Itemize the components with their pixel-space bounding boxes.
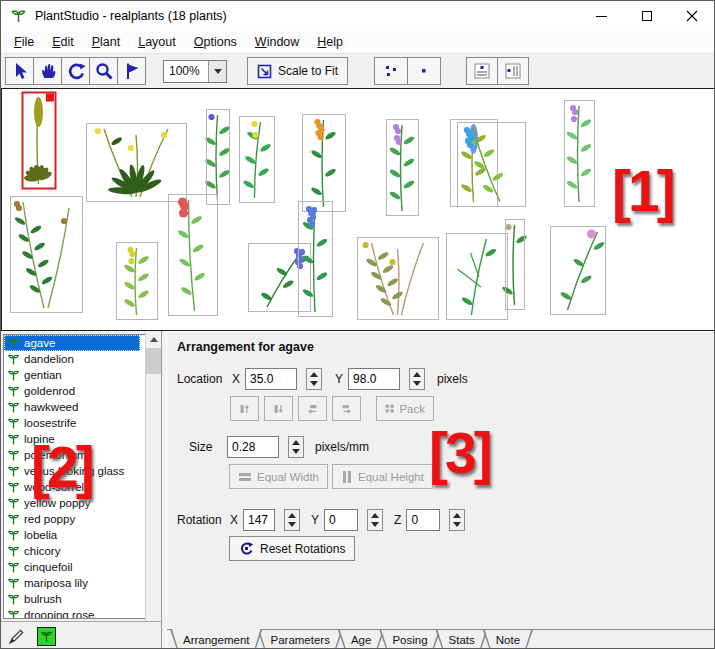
plant-list-item-goldenrod[interactable]: goldenrod: [4, 383, 158, 399]
rotation-y-spinner[interactable]: [367, 509, 383, 531]
plant-thumbnail-spread-tan[interactable]: [358, 238, 439, 320]
plant-list-item-lupine[interactable]: lupine: [4, 431, 158, 447]
menu-help[interactable]: Help: [308, 32, 352, 52]
plant-thumbnail-agave[interactable]: [23, 93, 56, 189]
location-x-input[interactable]: [245, 368, 297, 390]
plant-thumbnail-green-twig[interactable]: [447, 234, 508, 320]
menu-window[interactable]: Window: [246, 32, 308, 52]
plant-list-item-hawkweed[interactable]: hawkweed: [4, 399, 158, 415]
layout-canvas[interactable]: [1, 88, 715, 331]
plant-list-item-gentian[interactable]: gentian: [4, 367, 158, 383]
location-y-input[interactable]: [348, 368, 400, 390]
plant-list-item-agave[interactable]: agave: [4, 335, 140, 351]
plant-list-item-bulrush[interactable]: bulrush: [4, 591, 158, 607]
rotation-z-input[interactable]: [406, 509, 440, 531]
plant-list-item-wood-sorrel[interactable]: wood-sorrel: [4, 479, 158, 495]
menu-plant[interactable]: Plant: [83, 32, 130, 52]
select-tool-button[interactable]: [5, 57, 34, 85]
location-x-spinner[interactable]: [306, 368, 322, 390]
tab-note[interactable]: Note: [483, 630, 533, 649]
plant-thumbnail-red-poppy[interactable]: [169, 195, 218, 316]
plant-icon: [7, 369, 20, 382]
show-all-plants-button[interactable]: [374, 57, 408, 85]
rotation-y-input[interactable]: [324, 509, 358, 531]
pack-button[interactable]: Pack: [376, 396, 434, 421]
rotate-icon: [66, 61, 86, 81]
menu-options[interactable]: Options: [185, 32, 246, 52]
equal-width-button[interactable]: Equal Width: [229, 464, 328, 489]
rotation-z-label: Z: [394, 513, 401, 527]
scale-to-fit-button[interactable]: Scale to Fit: [247, 57, 348, 85]
size-input[interactable]: [227, 436, 279, 458]
plant-thumbnail-pink-diagonal[interactable]: [551, 227, 606, 315]
rotate-tool-button[interactable]: [61, 57, 90, 85]
align-bottom-button[interactable]: [264, 396, 293, 421]
zoom-level-combobox[interactable]: 100%: [163, 60, 227, 83]
plant-thumbnail-small-yellow[interactable]: [117, 243, 158, 320]
plant-list-item-red-poppy[interactable]: red poppy: [4, 511, 158, 527]
plant-thumbnail-blue-arc[interactable]: [458, 123, 526, 207]
plant-thumbnail-gentian[interactable]: [204, 110, 231, 205]
plant-list-item-polemonium[interactable]: polemonium: [4, 447, 158, 463]
plant-list-item-loosestrife[interactable]: loosestrife: [4, 415, 158, 431]
rotation-z-spinner[interactable]: [449, 509, 465, 531]
menu-edit[interactable]: Edit: [43, 32, 83, 52]
show-one-plant-button[interactable]: [407, 57, 441, 85]
tab-stats[interactable]: Stats: [436, 630, 488, 649]
align-left-button[interactable]: [298, 396, 327, 421]
pan-tool-button[interactable]: [33, 57, 62, 85]
plant-thumbnail-bulrush-thin[interactable]: [501, 220, 528, 310]
new-plant-button[interactable]: [37, 627, 56, 646]
tab-age[interactable]: Age: [338, 630, 384, 649]
rotation-x-spinner[interactable]: [284, 509, 300, 531]
zoom-dropdown-button[interactable]: [208, 61, 226, 82]
location-y-spinner[interactable]: [409, 368, 425, 390]
plant-thumbnail-hawkweed[interactable]: [303, 115, 346, 212]
align-top-button[interactable]: [230, 396, 259, 421]
menu-layout[interactable]: Layout: [129, 32, 185, 52]
maximize-button[interactable]: [624, 1, 669, 31]
toggle-side-panel-button[interactable]: [497, 57, 529, 85]
rotation-y-label: Y: [311, 513, 319, 527]
minimize-button[interactable]: [579, 1, 624, 31]
equal-height-button[interactable]: Equal Height: [332, 464, 433, 489]
plant-list-item-cinquefoil[interactable]: cinquefoil: [4, 559, 158, 575]
rotation-x-input[interactable]: [243, 509, 275, 531]
plant-list-item-venus-looking-glass[interactable]: venus looking glass: [4, 463, 158, 479]
tab-posing[interactable]: Posing: [379, 630, 440, 649]
plant-list-item-lobelia[interactable]: lobelia: [4, 527, 158, 543]
plant-thumbnail-dandelion[interactable]: [87, 124, 187, 202]
size-spinner[interactable]: [288, 436, 304, 458]
plant-thumbnail-goldenrod[interactable]: [240, 117, 275, 203]
toggle-bottom-panel-button[interactable]: [466, 57, 498, 85]
scrollbar-thumb[interactable]: [146, 348, 161, 374]
plant-thumbnail-bushy-green[interactable]: [11, 197, 83, 313]
zoom-tool-button[interactable]: [89, 57, 118, 85]
scroll-up-button[interactable]: [146, 331, 161, 347]
side-panel-icon: [504, 62, 522, 80]
plant-list-panel: agavedandeliongentiangoldenrodhawkweedlo…: [1, 331, 161, 649]
plant-list-item-yellow-poppy[interactable]: yellow poppy: [4, 495, 158, 511]
menu-file[interactable]: File: [5, 32, 43, 52]
maximize-icon: [642, 11, 652, 21]
plant-list-item-dandelion[interactable]: dandelion: [4, 351, 158, 367]
reset-rotations-button[interactable]: Reset Rotations: [229, 536, 355, 561]
plant-icon: [40, 630, 53, 643]
tab-parameters[interactable]: Parameters: [257, 630, 342, 649]
flag-tool-button[interactable]: [117, 57, 146, 85]
plant-thumbnail-vine-purple[interactable]: [565, 101, 595, 207]
plant-list[interactable]: agavedandeliongentiangoldenrodhawkweedlo…: [3, 334, 159, 619]
plant-list-item-chicory[interactable]: chicory: [4, 543, 158, 559]
plant-list-scrollbar[interactable]: [145, 331, 161, 649]
plant-name-label: mariposa lily: [24, 577, 88, 589]
plant-thumbnail-purple-small[interactable]: [387, 120, 419, 216]
rename-pencil-button[interactable]: [7, 626, 27, 646]
align-right-button[interactable]: [332, 396, 361, 421]
plant-list-item-drooping-rose[interactable]: drooping rose: [4, 607, 158, 619]
plant-thumbnail-blue-diagonal[interactable]: [249, 244, 311, 312]
tab-arrangement[interactable]: Arrangement: [170, 629, 262, 649]
plant-list-item-mariposa-lily[interactable]: mariposa lily: [4, 575, 158, 591]
close-button[interactable]: [669, 1, 714, 31]
plant-name-label: chicory: [24, 545, 60, 557]
pack-label: Pack: [399, 403, 425, 415]
